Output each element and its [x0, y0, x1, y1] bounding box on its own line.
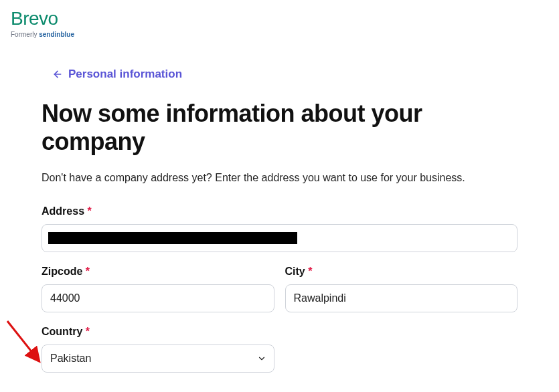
page-subtitle: Don't have a company address yet? Enter …: [42, 172, 517, 184]
required-star: *: [86, 266, 90, 277]
country-label: Country *: [42, 326, 274, 338]
brand-subline: Formerly sendinblue: [11, 31, 548, 38]
arrow-left-icon: [52, 69, 63, 80]
zipcode-input[interactable]: [42, 284, 274, 312]
back-link-label: Personal information: [68, 68, 182, 81]
required-star: *: [308, 266, 312, 277]
back-link[interactable]: Personal information: [52, 68, 517, 81]
city-label: City *: [285, 266, 518, 278]
redacted-content: [48, 232, 297, 244]
brand-name: Brevo: [11, 8, 548, 29]
page-title: Now some information about your company: [42, 100, 517, 156]
required-star: *: [86, 326, 90, 337]
zipcode-label: Zipcode *: [42, 266, 274, 278]
brand-logo: Brevo Formerly sendinblue: [0, 0, 559, 41]
address-label: Address *: [42, 205, 517, 217]
required-star: *: [87, 205, 91, 217]
city-input[interactable]: [285, 284, 518, 312]
country-select[interactable]: [42, 345, 274, 373]
